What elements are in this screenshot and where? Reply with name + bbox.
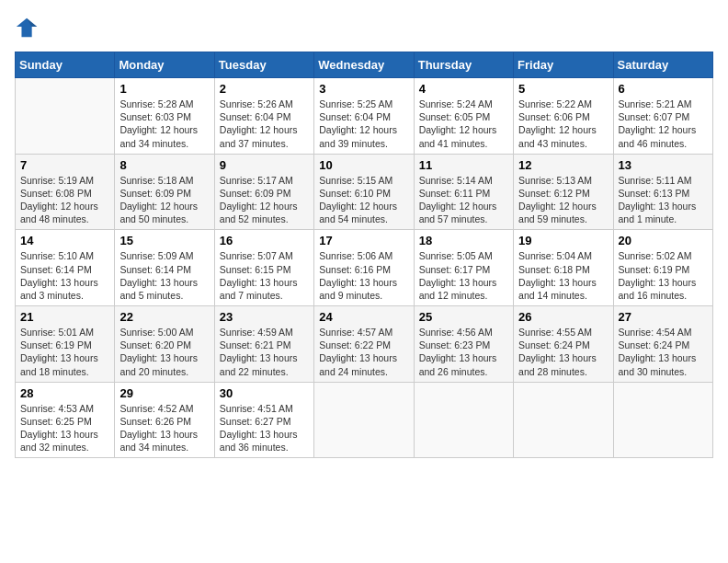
calendar-cell: 10Sunrise: 5:15 AM Sunset: 6:10 PM Dayli… xyxy=(314,154,414,230)
day-info: Sunrise: 5:13 AM Sunset: 6:12 PM Dayligh… xyxy=(518,174,608,226)
calendar-cell: 20Sunrise: 5:02 AM Sunset: 6:19 PM Dayli… xyxy=(613,230,712,306)
calendar-cell: 5Sunrise: 5:22 AM Sunset: 6:06 PM Daylig… xyxy=(514,78,613,155)
logo-icon xyxy=(15,15,40,40)
day-number: 17 xyxy=(319,234,408,247)
day-number: 23 xyxy=(220,310,309,324)
day-number: 3 xyxy=(319,82,408,96)
calendar-cell: 17Sunrise: 5:06 AM Sunset: 6:16 PM Dayli… xyxy=(314,230,414,306)
day-info: Sunrise: 5:01 AM Sunset: 6:19 PM Dayligh… xyxy=(20,326,109,378)
day-number: 20 xyxy=(619,234,708,247)
day-info: Sunrise: 5:06 AM Sunset: 6:16 PM Dayligh… xyxy=(319,249,408,302)
calendar-cell: 12Sunrise: 5:13 AM Sunset: 6:12 PM Dayli… xyxy=(514,154,613,230)
day-number: 22 xyxy=(119,310,209,324)
calendar-cell: 25Sunrise: 4:56 AM Sunset: 6:23 PM Dayli… xyxy=(414,306,513,383)
calendar-table: SundayMondayTuesdayWednesdayThursdayFrid… xyxy=(15,52,713,458)
day-info: Sunrise: 4:56 AM Sunset: 6:23 PM Dayligh… xyxy=(419,326,508,378)
calendar-cell: 13Sunrise: 5:11 AM Sunset: 6:13 PM Dayli… xyxy=(613,154,712,230)
calendar-cell xyxy=(314,382,414,458)
day-info: Sunrise: 5:07 AM Sunset: 6:15 PM Dayligh… xyxy=(220,249,309,302)
day-info: Sunrise: 5:21 AM Sunset: 6:07 PM Dayligh… xyxy=(619,98,708,150)
calendar-cell: 15Sunrise: 5:09 AM Sunset: 6:14 PM Dayli… xyxy=(115,230,214,306)
day-info: Sunrise: 5:14 AM Sunset: 6:11 PM Dayligh… xyxy=(419,174,508,226)
calendar-cell: 4Sunrise: 5:24 AM Sunset: 6:05 PM Daylig… xyxy=(414,78,513,155)
day-info: Sunrise: 4:59 AM Sunset: 6:21 PM Dayligh… xyxy=(220,326,309,378)
day-info: Sunrise: 5:02 AM Sunset: 6:19 PM Dayligh… xyxy=(619,249,708,302)
day-info: Sunrise: 4:57 AM Sunset: 6:22 PM Dayligh… xyxy=(319,326,408,378)
header-saturday: Saturday xyxy=(613,52,712,78)
day-info: Sunrise: 5:10 AM Sunset: 6:14 PM Dayligh… xyxy=(20,249,109,302)
calendar-cell: 18Sunrise: 5:05 AM Sunset: 6:17 PM Dayli… xyxy=(414,230,513,306)
calendar-cell xyxy=(414,382,513,458)
calendar-week-3: 14Sunrise: 5:10 AM Sunset: 6:14 PM Dayli… xyxy=(16,230,713,306)
calendar-cell: 24Sunrise: 4:57 AM Sunset: 6:22 PM Dayli… xyxy=(314,306,414,383)
calendar-cell: 1Sunrise: 5:28 AM Sunset: 6:03 PM Daylig… xyxy=(115,78,214,155)
calendar-cell: 9Sunrise: 5:17 AM Sunset: 6:09 PM Daylig… xyxy=(214,154,313,230)
day-number: 29 xyxy=(119,386,209,400)
calendar-cell: 23Sunrise: 4:59 AM Sunset: 6:21 PM Dayli… xyxy=(214,306,313,383)
calendar-cell: 16Sunrise: 5:07 AM Sunset: 6:15 PM Dayli… xyxy=(214,230,313,306)
calendar-cell xyxy=(16,78,115,155)
day-info: Sunrise: 5:26 AM Sunset: 6:04 PM Dayligh… xyxy=(220,98,309,150)
calendar-cell xyxy=(514,382,613,458)
day-info: Sunrise: 5:15 AM Sunset: 6:10 PM Dayligh… xyxy=(319,174,408,226)
day-number: 28 xyxy=(20,386,109,400)
day-number: 15 xyxy=(119,234,209,247)
day-info: Sunrise: 5:04 AM Sunset: 6:18 PM Dayligh… xyxy=(518,249,608,302)
day-number: 21 xyxy=(20,310,109,324)
calendar-cell: 29Sunrise: 4:52 AM Sunset: 6:26 PM Dayli… xyxy=(115,382,214,458)
day-number: 11 xyxy=(419,158,508,172)
calendar-week-5: 28Sunrise: 4:53 AM Sunset: 6:25 PM Dayli… xyxy=(16,382,713,458)
day-number: 2 xyxy=(220,82,309,96)
calendar-cell: 2Sunrise: 5:26 AM Sunset: 6:04 PM Daylig… xyxy=(214,78,313,155)
day-info: Sunrise: 4:51 AM Sunset: 6:27 PM Dayligh… xyxy=(220,402,309,454)
day-number: 27 xyxy=(619,310,708,324)
day-number: 5 xyxy=(518,82,608,96)
calendar-cell: 11Sunrise: 5:14 AM Sunset: 6:11 PM Dayli… xyxy=(414,154,513,230)
calendar-cell: 6Sunrise: 5:21 AM Sunset: 6:07 PM Daylig… xyxy=(613,78,712,155)
day-info: Sunrise: 5:25 AM Sunset: 6:04 PM Dayligh… xyxy=(319,98,408,150)
day-number: 8 xyxy=(119,158,209,172)
day-number: 10 xyxy=(319,158,408,172)
day-number: 9 xyxy=(220,158,309,172)
calendar-cell: 7Sunrise: 5:19 AM Sunset: 6:08 PM Daylig… xyxy=(16,154,115,230)
day-number: 4 xyxy=(419,82,508,96)
day-number: 14 xyxy=(20,234,109,247)
day-info: Sunrise: 5:09 AM Sunset: 6:14 PM Dayligh… xyxy=(119,249,209,302)
calendar-cell: 21Sunrise: 5:01 AM Sunset: 6:19 PM Dayli… xyxy=(16,306,115,383)
day-info: Sunrise: 4:53 AM Sunset: 6:25 PM Dayligh… xyxy=(20,402,109,454)
day-info: Sunrise: 5:22 AM Sunset: 6:06 PM Dayligh… xyxy=(518,98,608,150)
calendar-week-1: 1Sunrise: 5:28 AM Sunset: 6:03 PM Daylig… xyxy=(16,78,713,155)
day-info: Sunrise: 5:28 AM Sunset: 6:03 PM Dayligh… xyxy=(119,98,209,150)
calendar-week-2: 7Sunrise: 5:19 AM Sunset: 6:08 PM Daylig… xyxy=(16,154,713,230)
calendar-cell: 28Sunrise: 4:53 AM Sunset: 6:25 PM Dayli… xyxy=(16,382,115,458)
day-info: Sunrise: 5:24 AM Sunset: 6:05 PM Dayligh… xyxy=(419,98,508,150)
day-info: Sunrise: 5:05 AM Sunset: 6:17 PM Dayligh… xyxy=(419,249,508,302)
day-number: 26 xyxy=(518,310,608,324)
calendar-header-row: SundayMondayTuesdayWednesdayThursdayFrid… xyxy=(16,52,713,78)
day-info: Sunrise: 5:00 AM Sunset: 6:20 PM Dayligh… xyxy=(119,326,209,378)
day-number: 12 xyxy=(518,158,608,172)
day-info: Sunrise: 4:52 AM Sunset: 6:26 PM Dayligh… xyxy=(119,402,209,454)
day-number: 1 xyxy=(119,82,209,96)
page-header xyxy=(15,15,713,40)
calendar-cell xyxy=(613,382,712,458)
day-number: 7 xyxy=(20,158,109,172)
calendar-cell: 3Sunrise: 5:25 AM Sunset: 6:04 PM Daylig… xyxy=(314,78,414,155)
day-number: 19 xyxy=(518,234,608,247)
day-number: 6 xyxy=(619,82,708,96)
day-info: Sunrise: 5:17 AM Sunset: 6:09 PM Dayligh… xyxy=(220,174,309,226)
calendar-cell: 8Sunrise: 5:18 AM Sunset: 6:09 PM Daylig… xyxy=(115,154,214,230)
header-monday: Monday xyxy=(115,52,214,78)
header-thursday: Thursday xyxy=(414,52,513,78)
day-number: 18 xyxy=(419,234,508,247)
calendar-cell: 19Sunrise: 5:04 AM Sunset: 6:18 PM Dayli… xyxy=(514,230,613,306)
day-info: Sunrise: 5:19 AM Sunset: 6:08 PM Dayligh… xyxy=(20,174,109,226)
header-wednesday: Wednesday xyxy=(314,52,414,78)
day-info: Sunrise: 4:55 AM Sunset: 6:24 PM Dayligh… xyxy=(518,326,608,378)
day-number: 16 xyxy=(220,234,309,247)
header-friday: Friday xyxy=(514,52,613,78)
calendar-cell: 27Sunrise: 4:54 AM Sunset: 6:24 PM Dayli… xyxy=(613,306,712,383)
day-number: 30 xyxy=(220,386,309,400)
day-number: 25 xyxy=(419,310,508,324)
calendar-week-4: 21Sunrise: 5:01 AM Sunset: 6:19 PM Dayli… xyxy=(16,306,713,383)
